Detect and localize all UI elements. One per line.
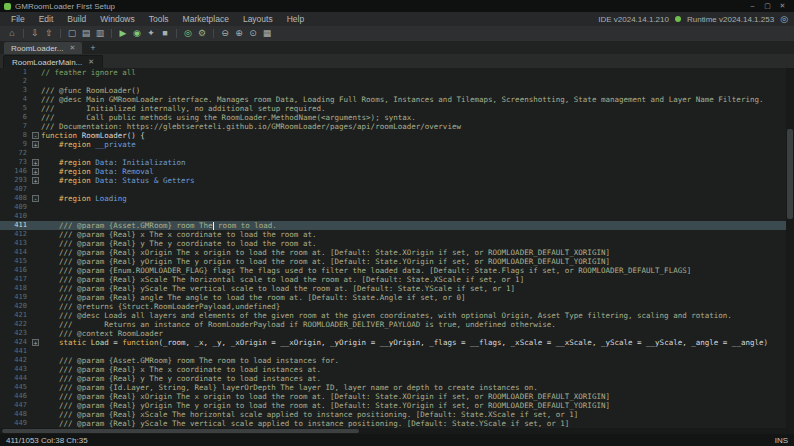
fold-open-marker[interactable]: - xyxy=(30,194,41,203)
code-line[interactable]: 445 /// @param {Id.Layer, String, Real} … xyxy=(0,383,786,392)
code-line[interactable]: 407 xyxy=(0,185,786,194)
code-line[interactable]: 422 /// Returns an instance of RoomLoade… xyxy=(0,320,786,329)
line-number: 424 xyxy=(0,338,30,347)
vertical-scrollbar[interactable] xyxy=(786,68,794,428)
menu-item-windows[interactable]: Windows xyxy=(93,12,141,26)
code-line[interactable]: 146+ #region Data: Removal xyxy=(0,167,786,176)
code-line[interactable]: 418 /// @param {Real} yScale The vertica… xyxy=(0,284,786,293)
export-icon[interactable]: ⇧ xyxy=(42,26,56,41)
menu-item-file[interactable]: File xyxy=(4,12,32,26)
code-line[interactable]: 9+ #region __private xyxy=(0,140,786,149)
menu-item-build[interactable]: Build xyxy=(60,12,93,26)
code-line[interactable]: 73+ #region Data: Initialization xyxy=(0,158,786,167)
code-line[interactable]: 442 /// @param {Asset.GMRoom} room The r… xyxy=(0,356,786,365)
code-lines: 1// feather ignore all23/// @func RoomLo… xyxy=(0,68,786,428)
code-line[interactable]: 72 xyxy=(0,149,786,158)
code-line[interactable]: 3/// @func RoomLoader() xyxy=(0,86,786,95)
code-line[interactable]: 408- #region Loading xyxy=(0,194,786,203)
ide-version-label: IDE v2024.14.1.210 xyxy=(598,15,669,24)
menu-item-tools[interactable]: Tools xyxy=(142,12,176,26)
zoom-out-icon[interactable]: ⊖ xyxy=(218,26,232,41)
fold-gutter xyxy=(30,77,41,86)
horizontal-scrollbar-thumb[interactable] xyxy=(2,429,359,433)
code-line[interactable]: 417 /// @param {Real} xScale The horizon… xyxy=(0,275,786,284)
fold-closed-marker[interactable]: + xyxy=(30,140,41,149)
menu-item-edit[interactable]: Edit xyxy=(32,12,61,26)
fold-closed-marker[interactable]: + xyxy=(30,158,41,167)
code-line[interactable]: 6/// Call public methods using the RoomL… xyxy=(0,113,786,122)
fold-open-marker[interactable]: - xyxy=(30,131,41,140)
line-number: 442 xyxy=(0,356,30,365)
home-icon[interactable]: ⌂ xyxy=(5,26,19,41)
fold-gutter xyxy=(30,356,41,365)
save-icon[interactable]: ▤ xyxy=(79,26,93,41)
target-icon[interactable]: ◎ xyxy=(181,26,195,41)
code-line[interactable]: 414 /// @param {Real} xOrigin The x orig… xyxy=(0,248,786,257)
code-line[interactable]: 409 xyxy=(0,203,786,212)
line-number: 146 xyxy=(0,167,30,176)
stop-icon[interactable]: ■ xyxy=(158,26,172,41)
code-line[interactable]: 293+ #region Data: Status & Getters xyxy=(0,176,786,185)
minimize-button[interactable]: – xyxy=(745,0,760,12)
code-line[interactable]: 1// feather ignore all xyxy=(0,68,786,77)
zoom-in-icon[interactable]: ⊕ xyxy=(232,26,246,41)
code-line[interactable]: 441 xyxy=(0,347,786,356)
menu-item-help[interactable]: Help xyxy=(280,12,311,26)
app-icon xyxy=(4,3,11,10)
code-line[interactable]: 410 xyxy=(0,212,786,221)
line-number: 415 xyxy=(0,257,30,266)
fold-gutter xyxy=(30,302,41,311)
code-line[interactable]: 7/// Documentation: https://glebtseretel… xyxy=(0,122,786,131)
workspace-tab[interactable]: RoomLoader... ✕ xyxy=(4,42,82,54)
code-line[interactable]: 415 /// @param {Real} yOrigin The y orig… xyxy=(0,257,786,266)
import-icon[interactable]: ⇩ xyxy=(28,26,42,41)
close-tab-icon[interactable]: ✕ xyxy=(88,58,94,66)
vertical-scrollbar-thumb[interactable] xyxy=(787,129,793,219)
fold-gutter xyxy=(30,320,41,329)
run-icon[interactable]: ▶ xyxy=(116,26,130,41)
menu-item-marketplace[interactable]: Marketplace xyxy=(176,12,236,26)
add-workspace-button[interactable]: + xyxy=(85,42,100,54)
code-line[interactable]: 444 /// @param {Real} y The y coordinate… xyxy=(0,374,786,383)
code-text xyxy=(41,77,786,86)
code-line[interactable]: 419 /// @param {Real} angle The angle to… xyxy=(0,293,786,302)
menu-item-layouts[interactable]: Layouts xyxy=(236,12,280,26)
close-button[interactable]: ✕ xyxy=(775,0,790,12)
fold-closed-marker[interactable]: + xyxy=(30,176,41,185)
horizontal-scrollbar[interactable] xyxy=(0,428,794,434)
zoom-reset-icon[interactable]: ⊙ xyxy=(246,26,260,41)
code-line[interactable]: 447 /// @param {Real} yOrigin The y orig… xyxy=(0,401,786,410)
code-line[interactable]: 421 /// @desc Loads all layers and eleme… xyxy=(0,311,786,320)
code-line[interactable]: 443 /// @param {Real} x The x coordinate… xyxy=(0,365,786,374)
debug-icon[interactable]: ◉ xyxy=(130,26,144,41)
code-line[interactable]: 412 /// @param {Real} x The x coordinate… xyxy=(0,230,786,239)
settings-icon[interactable]: ⚙ xyxy=(195,26,209,41)
code-line[interactable]: 448 /// @param {Real} xScale The horizon… xyxy=(0,410,786,419)
target-platform-icon[interactable]: ◎ xyxy=(780,14,788,24)
code-line[interactable]: 413 /// @param {Real} y The y coordinate… xyxy=(0,239,786,248)
code-line[interactable]: 424+ static Load = function(_room, _x, _… xyxy=(0,338,786,347)
editor-tab[interactable]: RoomLoaderMain... ✕ xyxy=(3,55,103,68)
clean-icon[interactable]: ✦ xyxy=(144,26,158,41)
code-line[interactable]: 449 /// @param {Real} yScale The vertica… xyxy=(0,419,786,428)
code-line[interactable]: 446 /// @param {Real} xOrigin The x orig… xyxy=(0,392,786,401)
fold-closed-marker[interactable]: + xyxy=(30,338,41,347)
code-line[interactable]: 5/// Initialized internally, no addition… xyxy=(0,104,786,113)
close-tab-icon[interactable]: ✕ xyxy=(69,44,75,52)
save-all-icon[interactable]: ▥ xyxy=(93,26,107,41)
fold-closed-marker[interactable]: + xyxy=(30,167,41,176)
code-line[interactable]: 420 /// @returns {Struct.RoomLoaderPaylo… xyxy=(0,302,786,311)
line-number: 407 xyxy=(0,185,30,194)
toolbar-separator xyxy=(111,29,112,38)
code-line[interactable]: 416 /// @param {Enum.ROOMLOADER_FLAG} fl… xyxy=(0,266,786,275)
code-editor[interactable]: 1// feather ignore all23/// @func RoomLo… xyxy=(0,68,794,428)
current-code-line[interactable]: 411 /// @param {Asset.GMRoom} room The r… xyxy=(0,221,786,230)
new-file-icon[interactable]: ▢ xyxy=(65,26,79,41)
code-line[interactable]: 2 xyxy=(0,77,786,86)
fold-gutter xyxy=(30,203,41,212)
code-line[interactable]: 4/// @desc Main GMRoomLoader interface. … xyxy=(0,95,786,104)
code-line[interactable]: 423 /// @context RoomLoader xyxy=(0,329,786,338)
maximize-button[interactable]: ▢ xyxy=(760,0,775,12)
code-line[interactable]: 8-function RoomLoader() { xyxy=(0,131,786,140)
windows-grid-icon[interactable]: ▦ xyxy=(260,26,274,41)
